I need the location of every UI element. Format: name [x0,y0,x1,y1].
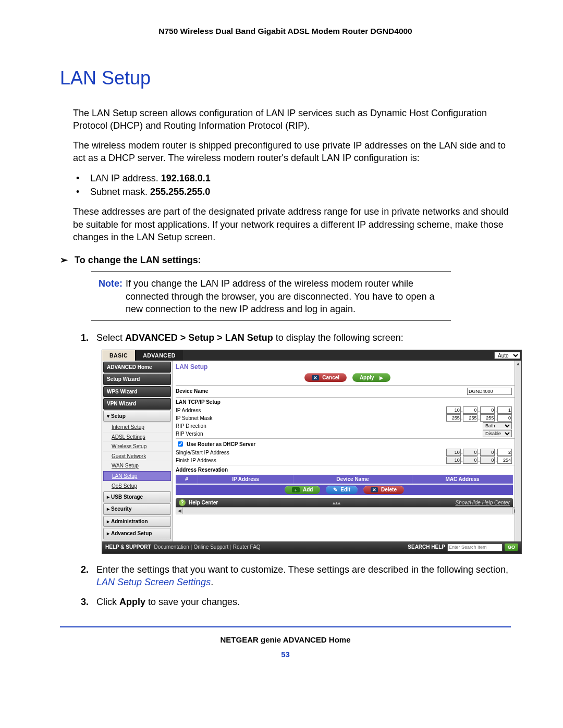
tab-basic[interactable]: BASIC [102,350,136,361]
delete-button[interactable]: ✕Delete [363,486,404,494]
tab-advanced[interactable]: ADVANCED [136,350,183,361]
add-button[interactable]: ＋Add [285,486,320,494]
sb-wps-wizard[interactable]: WPS Wizard [103,386,171,398]
subnet-label: Subnet mask. [90,187,150,197]
finish-oct-3 [480,456,495,464]
finish-ip-label: Finish IP Address [176,457,332,464]
search-help-input[interactable] [447,544,503,551]
mask-oct-3[interactable] [480,414,495,422]
footer-link-doc[interactable]: Documentation [154,544,189,551]
sb-qos-setup[interactable]: QoS Setup [103,482,171,491]
ip-oct-2[interactable] [463,406,478,414]
lan-ip-label: LAN IP address. [90,173,161,183]
device-name-input[interactable] [467,388,512,395]
task-heading: ➢ To change the LAN settings: [60,254,511,266]
note-text: If you change the LAN IP address of the … [126,277,451,315]
rip-version-select[interactable]: Disable [483,430,512,437]
sb-wan-setup[interactable]: WAN Setup [103,461,171,471]
sb-adsl-settings[interactable]: ADSL Settings [103,433,171,442]
footer-section: NETGEAR genie ADVANCED Home [60,635,511,645]
sb-wireless-setup[interactable]: Wireless Setup [103,442,171,451]
step-3: Click Apply to save your changes. [81,596,511,608]
show-hide-help-link[interactable]: Show/Hide Help Center [456,499,510,507]
sb-administration[interactable]: ▸Administration [103,516,171,527]
doc-header: N750 Wireless Dual Band Gigabit ADSL Mod… [60,26,511,37]
cancel-button[interactable]: ✕Cancel [304,373,347,382]
horizontal-scrollbar[interactable]: ◀▶ [176,507,519,514]
mask-oct-1[interactable] [446,414,461,422]
footer-link-faq[interactable]: Router FAQ [233,544,261,551]
drag-handle-icon[interactable]: ▴▴▴ [218,499,455,507]
step-2: Enter the settings that you want to cust… [81,563,511,589]
note-box: Note: If you change the LAN IP address o… [91,272,451,321]
rip-direction-select[interactable]: Both [483,422,512,429]
device-name-label: Device Name [176,388,332,395]
step-1: Select ADVANCED > Setup > LAN Setup to d… [81,331,511,553]
sidebar: ADVANCED Home Setup Wizard WPS Wizard VP… [102,361,172,541]
mask-oct-4[interactable] [497,414,512,422]
dhcp-label: Use Router as DHCP Server [187,441,255,448]
start-oct-1 [446,449,461,456]
sb-advanced-setup[interactable]: ▸Advanced Setup [103,528,171,539]
ip-oct-3[interactable] [480,406,495,414]
page-title: LAN Setup [60,66,511,91]
sb-lan-setup[interactable]: LAN Setup [103,471,171,482]
intro-para-1: The LAN Setup screen allows configuratio… [73,107,511,132]
mask-oct-2[interactable] [463,414,478,422]
page-number: 53 [60,649,511,660]
sb-vpn-wizard[interactable]: VPN Wizard [103,398,171,410]
subnet-value: 255.255.255.0 [150,187,210,197]
ui-footer-bar: HELP & SUPPORT Documentation| Online Sup… [102,541,521,553]
finish-oct-1 [446,456,461,464]
note-label: Note: [91,277,126,315]
panel-title: LAN Setup [176,363,519,371]
apply-button[interactable]: Apply▶ [352,373,390,382]
language-select[interactable]: Auto [494,352,520,359]
bullet-icon: • [73,186,88,198]
cross-ref-link[interactable]: LAN Setup Screen Settings [96,577,211,587]
ip-address-label: IP Address [176,407,332,414]
router-ui-screenshot: BASIC ADVANCED Auto ADVANCED Home Setup … [102,350,522,554]
sb-guest-network[interactable]: Guest Network [103,452,171,461]
ip-oct-4[interactable] [497,406,512,414]
sb-usb-storage[interactable]: ▸USB Storage [103,491,171,503]
help-icon: ? [179,499,186,506]
nav-path: ADVANCED > Setup > LAN Setup [125,332,273,343]
search-help-label: SEARCH HELP [408,544,445,551]
main-panel: ▲ LAN Setup ✕Cancel Apply▶ Device Name [172,361,521,541]
go-button[interactable]: GO [505,544,518,551]
start-oct-3 [480,449,495,456]
finish-oct-4[interactable] [497,456,512,464]
footer-link-support[interactable]: Online Support [193,544,228,551]
dhcp-checkbox[interactable] [178,441,183,447]
reserv-table-header: # IP Address Device Name MAC Address [176,475,513,484]
sb-internet-setup[interactable]: Internet Setup [103,423,171,432]
help-center-bar[interactable]: ? Help Center ▴▴▴ Show/Hide Help Center [176,498,513,508]
rip-direction-label: RIP Direction [176,423,332,430]
edit-button[interactable]: ✎Edit [326,486,358,494]
sb-setup-wizard[interactable]: Setup Wizard [103,374,171,385]
help-support-label: HELP & SUPPORT [105,544,151,551]
lan-tcpip-title: LAN TCP/IP Setup [176,399,519,406]
ip-oct-1[interactable] [446,406,461,414]
page-footer: NETGEAR genie ADVANCED Home 53 [60,626,511,660]
intro-para-3: These addresses are part of the designat… [73,205,511,243]
vertical-scrollbar[interactable]: ▲ [515,361,521,541]
chevron-right-icon: ➢ [60,255,72,265]
sb-setup[interactable]: ▾Setup [103,411,171,422]
lan-ip-value: 192.168.0.1 [161,173,211,183]
default-list: • LAN IP address. 192.168.0.1 • Subnet m… [73,172,511,199]
sb-advanced-home[interactable]: ADVANCED Home [103,362,171,373]
rip-version-label: RIP Version [176,430,332,438]
intro-para-2: The wireless modem router is shipped pre… [73,139,511,165]
sb-security[interactable]: ▸Security [103,503,171,515]
start-oct-2 [463,449,478,456]
start-oct-4[interactable] [497,449,512,456]
start-ip-label: Single/Start IP Address [176,449,332,456]
subnet-mask-label: IP Subnet Mask [176,415,332,422]
addr-reserv-title: Address Reservation [176,466,519,474]
finish-oct-2 [463,456,478,464]
bullet-icon: • [73,172,88,184]
